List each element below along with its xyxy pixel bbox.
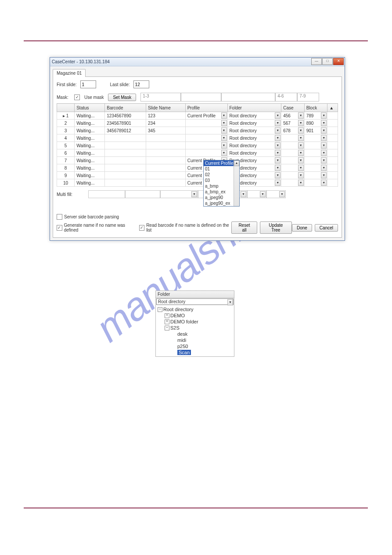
row-folder[interactable]: Root directory▼ [227,112,281,120]
chevron-down-icon[interactable]: ▼ [275,112,281,119]
table-row[interactable]: 9Waiting...Current Profile▼Root director… [57,172,338,179]
row-barcode[interactable]: 2345678901 [105,120,146,127]
row-case[interactable]: 456▼ [281,112,305,120]
chevron-down-icon[interactable]: ▼ [321,127,327,134]
row-slide-name[interactable]: 123 [146,112,186,120]
table-row[interactable]: 2Waiting...2345678901234▼Root directory▼… [57,120,338,127]
row-barcode[interactable] [105,179,146,187]
chevron-down-icon[interactable]: ▼ [275,135,281,141]
row-barcode[interactable]: 3456789012 [105,127,146,134]
row-slide-name[interactable]: 345 [146,127,186,134]
row-case[interactable]: ▼ [281,179,305,187]
row-case[interactable]: ▼ [281,142,305,149]
row-slide-name[interactable] [146,172,186,179]
chevron-down-icon[interactable]: ▼ [191,191,197,197]
set-mask-button[interactable]: Set Mask [108,94,136,101]
row-folder[interactable]: Root directory▼ [227,142,281,149]
use-mask-checkbox[interactable]: ✓ [74,94,80,100]
chevron-down-icon[interactable]: ▼ [279,191,285,197]
tree-node-root[interactable]: − Root directory [158,306,232,312]
row-slide-name[interactable] [146,157,186,164]
table-row[interactable]: 3Waiting...3456789012345▼Root directory▼… [57,127,338,134]
maximize-button[interactable]: □ [322,58,333,65]
row-barcode[interactable] [105,172,146,179]
chevron-down-icon[interactable]: ▼ [298,127,304,134]
chevron-down-icon[interactable]: ▼ [275,172,281,178]
mask-cell-2[interactable] [181,93,221,102]
table-row[interactable]: 6Waiting...▼Root directory▼▼▼ [57,149,338,157]
generate-name-checkbox[interactable]: ✓ [57,225,62,231]
chevron-down-icon[interactable]: ▼ [275,180,281,186]
grid-scrollbar[interactable] [327,149,338,157]
chevron-down-icon[interactable]: ▼ [298,172,304,178]
row-folder[interactable]: Root directory▼ [227,149,281,157]
row-block[interactable]: ▼ [304,149,327,157]
tree-node-scan[interactable]: Scan [158,349,232,355]
table-row[interactable]: 7Waiting...Current Profile▼Root director… [57,157,338,164]
chevron-down-icon[interactable]: ▼ [321,157,327,163]
scroll-up-icon[interactable]: ▲ [234,160,239,166]
row-profile[interactable]: Current Profile▼ [185,112,227,120]
col-profile[interactable]: Profile [185,104,227,112]
collapse-icon[interactable]: − [158,307,162,312]
chevron-down-icon[interactable]: ▼ [298,120,304,126]
col-scroll[interactable]: ▲ [327,104,338,112]
tab-magazine-01[interactable]: Magazine 01 [53,69,86,77]
chevron-down-icon[interactable]: ▼ [221,142,227,149]
chevron-down-icon[interactable]: ▼ [321,150,327,156]
chevron-down-icon[interactable]: ▼ [321,172,327,178]
expand-icon[interactable]: + [165,319,169,324]
folder-select[interactable]: Root directory ▼ [156,298,234,305]
row-folder[interactable]: Root directory▼ [227,120,281,127]
tree-node-demo[interactable]: + DEMO [158,312,232,319]
reset-all-button[interactable]: Reset all [231,221,257,234]
chevron-down-icon[interactable]: ▼ [275,127,281,134]
close-button[interactable]: ✕ [333,58,344,65]
dropdown-scrollbar[interactable]: ▲ [234,160,239,206]
row-block[interactable]: ▼ [304,142,327,149]
col-folder[interactable]: Folder [227,104,281,112]
row-block[interactable]: ▼ [304,179,327,187]
row-barcode[interactable] [105,134,146,142]
row-profile[interactable]: ▼ [185,149,227,157]
chevron-down-icon[interactable]: ▼ [221,135,227,141]
row-case[interactable]: ▼ [281,172,305,179]
col-case[interactable]: Case [281,104,305,112]
profile-dropdown-list[interactable]: Current Profile 01 02 03 a_bmp a_bmp_ex … [203,160,240,207]
tree-node-midi[interactable]: midi [158,337,232,343]
chevron-down-icon[interactable]: ▼ [221,127,227,134]
row-case[interactable]: ▼ [281,157,305,164]
tree-node-demo-folder[interactable]: + DEMO folder [158,319,232,325]
row-profile[interactable]: ▼ [185,142,227,149]
grid-scrollbar[interactable] [327,112,338,120]
mask-cell-3[interactable] [221,93,275,102]
row-folder[interactable]: Root directory▼ [227,134,281,142]
row-case[interactable]: 678▼ [281,127,305,134]
row-slide-name[interactable] [146,142,186,149]
first-slide-input[interactable] [80,80,96,88]
row-slide-name[interactable] [146,149,186,157]
collapse-icon[interactable]: − [165,326,169,330]
row-barcode[interactable]: 1234567890 [105,112,146,120]
grid-scrollbar[interactable] [327,127,338,134]
row-barcode[interactable] [105,157,146,164]
chevron-down-icon[interactable]: ▼ [221,112,227,119]
col-slide-name[interactable]: Slide Name [146,104,186,112]
table-row[interactable]: ▸ 1Waiting...1234567890123Current Profil… [57,112,338,120]
col-barcode[interactable]: Barcode [105,104,146,112]
chevron-down-icon[interactable]: ▼ [298,180,304,186]
row-case[interactable]: 567▼ [281,120,305,127]
multi-fill-block[interactable]: ▼ [266,190,286,198]
row-profile[interactable]: ▼ [185,120,227,127]
multi-fill-case[interactable]: ▼ [247,190,266,198]
grid-scrollbar[interactable] [327,164,338,172]
titlebar[interactable]: CaseCenter - 10.130.131.184 — □ ✕ [50,58,345,66]
chevron-down-icon[interactable]: ▼ [298,150,304,156]
table-row[interactable]: 10Waiting...Current Profile▼Root directo… [57,179,338,187]
chevron-down-icon[interactable]: ▼ [321,142,327,149]
grid-scrollbar[interactable] [327,142,338,149]
chevron-down-icon[interactable]: ▼ [321,120,327,126]
row-case[interactable]: ▼ [281,164,305,172]
chevron-down-icon[interactable]: ▼ [221,150,227,156]
chevron-down-icon[interactable]: ▼ [275,142,281,149]
